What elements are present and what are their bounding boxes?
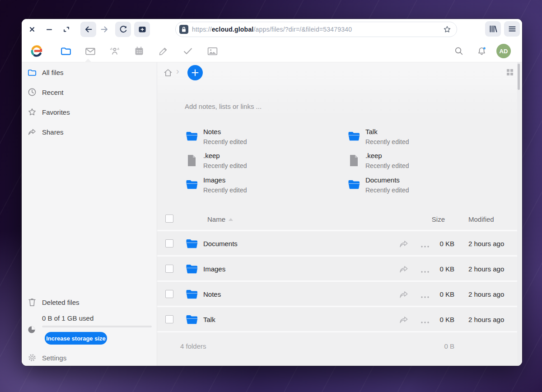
recent-item[interactable]: .keep Recently edited xyxy=(186,151,335,172)
ecloud-logo[interactable] xyxy=(28,43,45,59)
notification-dot xyxy=(483,47,486,49)
mail-app-icon xyxy=(85,47,96,56)
app-contacts[interactable] xyxy=(107,43,123,59)
table-row[interactable]: Documents 0 KB 2 hours ago xyxy=(157,230,517,255)
scrollbar-track[interactable] xyxy=(517,62,520,366)
file-size: 0 KB xyxy=(439,265,454,273)
app-mail[interactable] xyxy=(82,43,98,59)
plus-icon xyxy=(192,69,199,76)
app-files[interactable] xyxy=(58,43,74,59)
window-maximize-button[interactable] xyxy=(62,25,71,34)
files-sidebar: All files Recent Favorites Shares Delete… xyxy=(22,62,157,366)
recent-item[interactable]: Talk Recently edited xyxy=(348,127,497,148)
folder-count: 4 folders xyxy=(180,342,206,350)
column-header-modified[interactable]: Modified xyxy=(468,215,494,223)
file-modified: 2 hours ago xyxy=(468,240,504,247)
back-arrow-icon xyxy=(84,25,93,34)
notes-input[interactable]: Add notes, lists or links ... xyxy=(185,103,456,110)
sidebar-item-recent[interactable]: Recent xyxy=(22,82,157,102)
sidebar-item-label: Recent xyxy=(42,89,64,96)
file-modified: 2 hours ago xyxy=(468,265,504,273)
recent-item-name: .keep xyxy=(203,152,220,159)
share-button[interactable] xyxy=(399,265,409,274)
sidebar-item-shares[interactable]: Shares xyxy=(22,122,157,142)
avatar[interactable]: AD xyxy=(496,44,511,58)
screenshot-button[interactable] xyxy=(134,22,150,37)
file-name: Documents xyxy=(203,240,238,247)
sidebar-item-label: Deleted files xyxy=(42,299,79,306)
url-path: /apps/files/?dir=/&fileid=53479340 xyxy=(253,26,352,33)
window-minimize-button[interactable] xyxy=(45,25,54,34)
app-notes[interactable] xyxy=(155,43,172,59)
app-gallery[interactable] xyxy=(204,43,220,59)
search-button[interactable] xyxy=(451,43,467,59)
share-button[interactable] xyxy=(399,239,409,248)
maximize-icon xyxy=(63,26,70,33)
forward-button[interactable] xyxy=(96,22,112,37)
sidebar-item-label: Settings xyxy=(42,354,66,362)
file-icon xyxy=(187,154,196,168)
recent-item-status: Recently edited xyxy=(203,187,247,194)
sidebar-item-deleted-files[interactable]: Deleted files xyxy=(22,292,157,312)
share-button[interactable] xyxy=(399,290,409,299)
row-checkbox[interactable] xyxy=(165,239,173,247)
url-bar[interactable]: https://ecloud.global/apps/files/?dir=/&… xyxy=(175,22,457,37)
file-size: 0 KB xyxy=(439,316,454,323)
increase-storage-button[interactable]: Increase storage size xyxy=(45,332,107,345)
avatar-initials: AD xyxy=(500,48,508,55)
bell-icon xyxy=(477,47,486,56)
column-header-name[interactable]: Name xyxy=(207,215,225,223)
close-icon xyxy=(29,26,35,33)
bookmark-button[interactable] xyxy=(443,25,451,33)
sidebar-item-label: All files xyxy=(42,69,64,76)
row-actions-button[interactable] xyxy=(421,318,430,322)
folder-icon xyxy=(186,239,198,251)
table-row[interactable]: Images 0 KB 2 hours ago xyxy=(157,255,517,280)
star-icon xyxy=(28,107,37,117)
library-button[interactable] xyxy=(485,21,501,37)
recent-item[interactable]: Images Recently edited xyxy=(186,176,335,196)
select-all-checkbox[interactable] xyxy=(165,215,173,223)
contacts-app-icon xyxy=(109,47,120,56)
storage-progress-bar[interactable] xyxy=(42,326,152,327)
row-actions-button[interactable] xyxy=(421,293,430,296)
files-app-icon xyxy=(61,47,71,56)
folder-icon xyxy=(348,180,360,191)
recent-item[interactable]: Notes Recently edited xyxy=(186,127,335,148)
recent-item-name: Images xyxy=(203,176,225,184)
row-actions-button[interactable] xyxy=(421,242,430,246)
browser-window: https://ecloud.global/apps/files/?dir=/&… xyxy=(22,19,522,366)
share-button[interactable] xyxy=(399,315,409,324)
app-calendar[interactable] xyxy=(131,43,147,59)
window-close-button[interactable] xyxy=(28,25,37,34)
new-file-button[interactable] xyxy=(187,65,203,80)
sidebar-item-settings[interactable]: Settings xyxy=(22,348,157,366)
file-modified: 2 hours ago xyxy=(468,290,504,298)
breadcrumb-home-button[interactable] xyxy=(163,67,173,78)
gear-icon xyxy=(28,354,37,362)
reload-button[interactable] xyxy=(115,22,131,37)
storage-pie-icon xyxy=(28,326,36,336)
row-checkbox[interactable] xyxy=(165,315,173,323)
grid-view-toggle[interactable] xyxy=(506,68,514,76)
home-icon xyxy=(164,68,173,77)
folder-icon xyxy=(186,315,198,327)
reload-icon xyxy=(119,25,128,34)
table-row[interactable]: Talk 0 KB 2 hours ago xyxy=(157,306,517,331)
row-checkbox[interactable] xyxy=(165,265,173,273)
table-row[interactable]: Notes 0 KB 2 hours ago xyxy=(157,280,517,306)
browser-menu-button[interactable] xyxy=(504,21,520,37)
scrollbar-thumb[interactable] xyxy=(518,64,520,90)
notifications-button[interactable] xyxy=(473,43,490,59)
sidebar-item-all-files[interactable]: All files xyxy=(22,62,157,82)
row-checkbox[interactable] xyxy=(165,290,173,298)
recent-item[interactable]: .keep Recently edited xyxy=(348,151,497,172)
back-button[interactable] xyxy=(80,22,96,37)
column-header-size[interactable]: Size xyxy=(432,215,445,223)
file-table-footer: 4 folders 0 B xyxy=(157,331,517,358)
app-tasks[interactable] xyxy=(180,43,196,59)
folder-icon xyxy=(186,289,198,301)
sidebar-item-favorites[interactable]: Favorites xyxy=(22,102,157,122)
recent-item[interactable]: Documents Recently edited xyxy=(348,176,497,196)
row-actions-button[interactable] xyxy=(421,267,430,271)
